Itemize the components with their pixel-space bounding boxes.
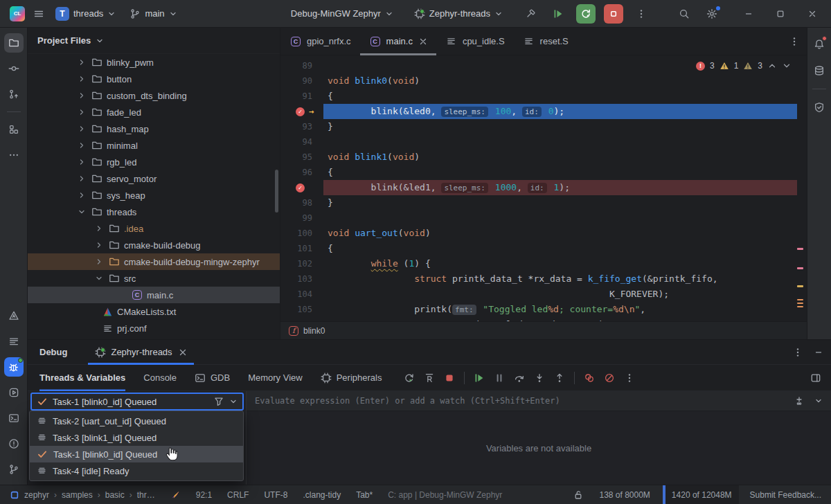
gutter[interactable]: 89 bbox=[280, 58, 323, 73]
sidebar-todo-icon[interactable] bbox=[4, 332, 24, 351]
step-into-icon[interactable] bbox=[534, 372, 545, 384]
tree-item-sys-heap[interactable]: sys_heap bbox=[28, 187, 280, 204]
code-text[interactable]: { bbox=[323, 165, 797, 180]
sidebar-debug-icon[interactable] bbox=[4, 357, 24, 377]
thread-item-task-3-blink1-id-queued[interactable]: Task-3 [blink1_id] Queued bbox=[30, 429, 243, 446]
stop-icon[interactable] bbox=[444, 372, 455, 384]
statusbar-breadcrumb[interactable]: zephyr›samples›basic›thr… bbox=[10, 490, 155, 500]
rerun-icon[interactable] bbox=[404, 372, 415, 384]
sidebar-version-control-icon[interactable] bbox=[4, 460, 24, 479]
sidebar-run-icon[interactable] bbox=[4, 383, 24, 402]
sidebar-more-tools-icon[interactable] bbox=[4, 145, 24, 165]
code-text[interactable]: struct printk_data_t *rx_data = k_fifo_g… bbox=[323, 271, 797, 287]
gutter[interactable]: ✓ bbox=[280, 180, 323, 195]
more-actions-icon[interactable] bbox=[632, 4, 651, 24]
rerun-debug-button[interactable] bbox=[576, 4, 596, 24]
sidebar-database-icon[interactable] bbox=[810, 61, 829, 80]
gutter[interactable]: 99 bbox=[280, 210, 323, 226]
debug-tab-console[interactable]: Console bbox=[143, 365, 177, 391]
memory-indicator[interactable]: 1420 of 12048M bbox=[663, 485, 739, 504]
code-area[interactable]: 8990void blink0(void)91{✓→ blink(&led0, … bbox=[280, 55, 807, 321]
tree-item-fade-led[interactable]: fade_led bbox=[28, 104, 280, 120]
chevron-right-icon[interactable] bbox=[76, 158, 87, 166]
tree-item-src[interactable]: src bbox=[28, 270, 280, 287]
main-menu-icon[interactable] bbox=[33, 8, 44, 19]
gutter[interactable]: 95 bbox=[280, 150, 323, 165]
step-out-icon[interactable] bbox=[554, 372, 565, 384]
close-icon[interactable] bbox=[179, 348, 187, 357]
code-text[interactable] bbox=[323, 134, 797, 150]
gutter[interactable]: 100 bbox=[280, 226, 323, 241]
prev-problem-icon[interactable] bbox=[767, 61, 777, 71]
reset-icon[interactable] bbox=[424, 372, 435, 384]
project-panel-header[interactable]: Project Files bbox=[28, 28, 280, 54]
sidebar-pull-requests-icon[interactable] bbox=[4, 84, 24, 104]
gutter[interactable]: 106 bbox=[280, 317, 323, 321]
code-text[interactable] bbox=[323, 210, 797, 226]
debug-tab-memory-view[interactable]: Memory View bbox=[248, 365, 303, 391]
sidebar-inspections-icon[interactable] bbox=[4, 306, 24, 325]
chevron-right-icon[interactable] bbox=[76, 141, 87, 150]
gutter[interactable]: 94 bbox=[280, 134, 323, 150]
code-text[interactable]: { bbox=[323, 89, 797, 104]
gutter[interactable]: 101 bbox=[280, 241, 323, 256]
thread-selector[interactable]: Task-1 [blink0_id] Queued bbox=[30, 393, 244, 411]
run-config-selector[interactable]: Debug-MinGW Zephyr bbox=[288, 4, 396, 24]
view-breakpoints-icon[interactable] bbox=[584, 372, 595, 384]
window-minimize-button[interactable] bbox=[737, 0, 760, 28]
thread-item-task-2-uart-out-id-queued[interactable]: Task-2 [uart_out_id] Queued bbox=[30, 413, 243, 429]
branch-widget[interactable]: main bbox=[127, 4, 179, 24]
chevron-right-icon[interactable] bbox=[93, 258, 105, 266]
close-icon[interactable] bbox=[419, 37, 427, 46]
debug-session-tab[interactable]: Zephyr-threads bbox=[88, 340, 193, 365]
file-encoding[interactable]: UTF-8 bbox=[264, 490, 287, 500]
code-text[interactable]: printk(fmt: "Toggled led%d; counter=%d\n… bbox=[323, 302, 797, 317]
chevron-right-icon[interactable] bbox=[93, 224, 105, 233]
tab-gpio-nrfx-c[interactable]: Cgpio_nrfx.c bbox=[280, 28, 360, 55]
submit-feedback-link[interactable]: Submit Feedback... bbox=[750, 490, 821, 500]
next-problem-icon[interactable] bbox=[782, 61, 792, 71]
debug-tab-threads-variables[interactable]: Threads & Variables bbox=[39, 365, 125, 391]
hide-panel-icon[interactable] bbox=[814, 348, 823, 357]
sidebar-terminal-icon[interactable] bbox=[4, 408, 24, 428]
tree-item-hash-map[interactable]: hash_map bbox=[28, 120, 280, 137]
code-text[interactable]: void blink1(void) bbox=[323, 150, 797, 165]
tree-item-cmake-build-debug[interactable]: cmake-build-debug bbox=[28, 237, 280, 253]
sidebar-problems-icon[interactable] bbox=[4, 434, 24, 453]
chevron-right-icon[interactable] bbox=[76, 174, 87, 183]
project-scrollbar[interactable] bbox=[275, 170, 278, 213]
heap-indicator[interactable]: 138 of 8000M bbox=[599, 490, 650, 500]
chevron-right-icon[interactable] bbox=[76, 91, 87, 100]
chevron-right-icon[interactable] bbox=[93, 241, 105, 249]
settings-button[interactable] bbox=[702, 4, 722, 24]
chevron-down-icon[interactable] bbox=[814, 397, 823, 405]
chevron-down-icon[interactable] bbox=[76, 208, 87, 216]
gutter[interactable]: 103 bbox=[280, 271, 323, 287]
chevron-right-icon[interactable] bbox=[76, 75, 87, 83]
tab-cpu-idle-s[interactable]: cpu_idle.S bbox=[436, 28, 514, 55]
code-text[interactable]: rx_data->led, rx_data->cnt); bbox=[323, 317, 797, 321]
sidebar-notifications-icon[interactable] bbox=[810, 35, 829, 54]
tree-item-button[interactable]: button bbox=[28, 71, 280, 87]
add-watch-icon[interactable] bbox=[794, 395, 805, 406]
gutter[interactable]: 93 bbox=[280, 119, 323, 134]
chevron-down-icon[interactable] bbox=[93, 274, 105, 282]
resume-program-button[interactable] bbox=[548, 4, 568, 24]
search-icon[interactable] bbox=[674, 4, 694, 24]
debug-tab-peripherals[interactable]: Peripherals bbox=[321, 365, 382, 391]
inspections-widget[interactable]: ! 3 1 3 bbox=[696, 61, 792, 71]
window-close-button[interactable] bbox=[801, 0, 824, 28]
debug-options-icon[interactable] bbox=[792, 347, 803, 358]
tree-item-custom-dts-binding[interactable]: custom_dts_binding bbox=[28, 87, 280, 104]
gutter[interactable]: 102 bbox=[280, 256, 323, 271]
tree-item-cmake-build-debug-mingw-zephyr[interactable]: cmake-build-debug-mingw-zephyr bbox=[28, 253, 280, 270]
build-button[interactable] bbox=[521, 4, 540, 24]
gutter[interactable]: 104 bbox=[280, 287, 323, 302]
window-maximize-button[interactable] bbox=[769, 0, 792, 28]
tab-main-c[interactable]: Cmain.c bbox=[360, 28, 436, 55]
chevron-down-icon[interactable] bbox=[229, 397, 238, 406]
breadcrumb-function[interactable]: blink0 bbox=[303, 326, 325, 336]
tab-reset-s[interactable]: reset.S bbox=[514, 28, 578, 55]
tree-item-idea[interactable]: .idea bbox=[28, 220, 280, 237]
breadcrumb-samples[interactable]: samples bbox=[62, 490, 93, 500]
